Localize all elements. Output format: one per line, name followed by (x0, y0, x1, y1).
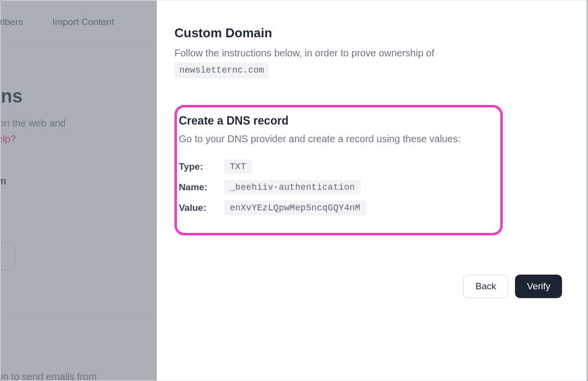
dns-section-desc: Go to your DNS provider and create a rec… (179, 133, 496, 145)
verify-button[interactable]: Verify (515, 275, 562, 298)
dns-type-label: Type: (179, 161, 214, 172)
dns-row-type: Type: TXT (179, 159, 496, 174)
dns-value-label: Value: (179, 203, 214, 213)
dns-record-highlight-box: Create a DNS record Go to your DNS provi… (174, 105, 503, 235)
dns-row-value: Value: enXvYEzLQpwMep5ncqGQY4nM (179, 201, 496, 215)
dns-section-title: Create a DNS record (179, 114, 496, 127)
dns-value-value[interactable]: enXvYEzLQpwMep5ncqGQY4nM (224, 201, 366, 215)
modal-button-row: Back Verify (463, 275, 562, 298)
custom-domain-modal: Custom Domain Follow the instructions be… (157, 0, 587, 381)
modal-description: Follow the instructions below, in order … (174, 46, 567, 78)
dns-name-label: Name: (179, 182, 214, 193)
modal-title: Custom Domain (174, 25, 567, 41)
dns-row-name: Name: _beehiiv-authentication (179, 180, 496, 195)
domain-name-chip: newsletternc.com (174, 62, 269, 78)
dns-name-value[interactable]: _beehiiv-authentication (224, 180, 361, 195)
back-button[interactable]: Back (463, 275, 508, 298)
modal-desc-text: Follow the instructions below, in order … (174, 48, 434, 58)
dns-type-value[interactable]: TXT (224, 159, 252, 174)
